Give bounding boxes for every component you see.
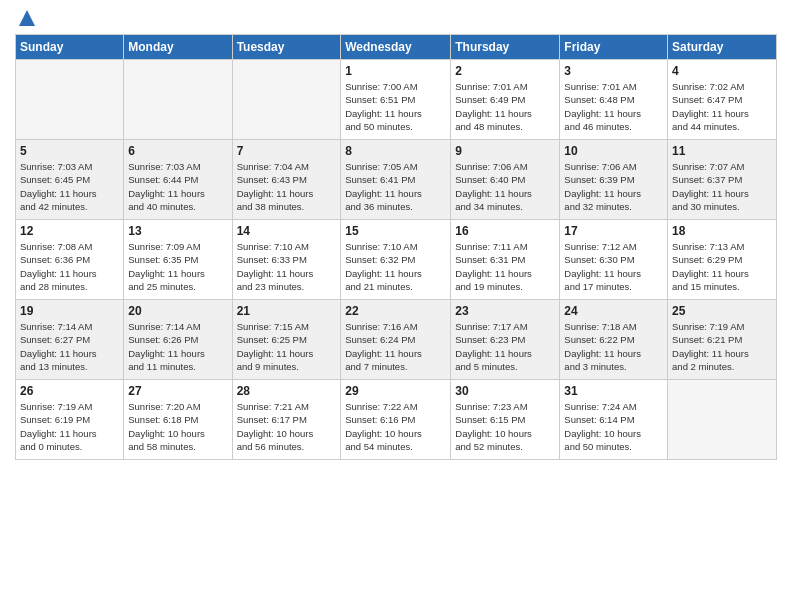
calendar-day-cell: 31Sunrise: 7:24 AM Sunset: 6:14 PM Dayli… xyxy=(560,380,668,460)
day-info: Sunrise: 7:01 AM Sunset: 6:48 PM Dayligh… xyxy=(564,80,663,133)
day-number: 9 xyxy=(455,144,555,158)
day-info: Sunrise: 7:19 AM Sunset: 6:19 PM Dayligh… xyxy=(20,400,119,453)
weekday-header-saturday: Saturday xyxy=(668,35,777,60)
day-number: 17 xyxy=(564,224,663,238)
day-info: Sunrise: 7:14 AM Sunset: 6:27 PM Dayligh… xyxy=(20,320,119,373)
weekday-header-wednesday: Wednesday xyxy=(341,35,451,60)
calendar-day-cell: 16Sunrise: 7:11 AM Sunset: 6:31 PM Dayli… xyxy=(451,220,560,300)
calendar-day-cell: 28Sunrise: 7:21 AM Sunset: 6:17 PM Dayli… xyxy=(232,380,341,460)
calendar-day-cell: 25Sunrise: 7:19 AM Sunset: 6:21 PM Dayli… xyxy=(668,300,777,380)
day-number: 8 xyxy=(345,144,446,158)
day-info: Sunrise: 7:03 AM Sunset: 6:45 PM Dayligh… xyxy=(20,160,119,213)
day-number: 10 xyxy=(564,144,663,158)
day-info: Sunrise: 7:02 AM Sunset: 6:47 PM Dayligh… xyxy=(672,80,772,133)
day-info: Sunrise: 7:08 AM Sunset: 6:36 PM Dayligh… xyxy=(20,240,119,293)
logo-text xyxy=(15,10,37,30)
calendar-day-cell: 10Sunrise: 7:06 AM Sunset: 6:39 PM Dayli… xyxy=(560,140,668,220)
day-number: 1 xyxy=(345,64,446,78)
day-info: Sunrise: 7:07 AM Sunset: 6:37 PM Dayligh… xyxy=(672,160,772,213)
calendar-day-cell: 22Sunrise: 7:16 AM Sunset: 6:24 PM Dayli… xyxy=(341,300,451,380)
day-info: Sunrise: 7:11 AM Sunset: 6:31 PM Dayligh… xyxy=(455,240,555,293)
logo xyxy=(15,10,37,26)
calendar-day-cell xyxy=(232,60,341,140)
calendar-body: 1Sunrise: 7:00 AM Sunset: 6:51 PM Daylig… xyxy=(16,60,777,460)
calendar-day-cell: 17Sunrise: 7:12 AM Sunset: 6:30 PM Dayli… xyxy=(560,220,668,300)
calendar-day-cell xyxy=(668,380,777,460)
calendar-day-cell: 6Sunrise: 7:03 AM Sunset: 6:44 PM Daylig… xyxy=(124,140,232,220)
day-info: Sunrise: 7:24 AM Sunset: 6:14 PM Dayligh… xyxy=(564,400,663,453)
calendar-day-cell: 13Sunrise: 7:09 AM Sunset: 6:35 PM Dayli… xyxy=(124,220,232,300)
calendar-day-cell: 3Sunrise: 7:01 AM Sunset: 6:48 PM Daylig… xyxy=(560,60,668,140)
day-number: 7 xyxy=(237,144,337,158)
day-number: 11 xyxy=(672,144,772,158)
calendar-day-cell: 5Sunrise: 7:03 AM Sunset: 6:45 PM Daylig… xyxy=(16,140,124,220)
calendar-day-cell: 1Sunrise: 7:00 AM Sunset: 6:51 PM Daylig… xyxy=(341,60,451,140)
day-info: Sunrise: 7:21 AM Sunset: 6:17 PM Dayligh… xyxy=(237,400,337,453)
day-info: Sunrise: 7:17 AM Sunset: 6:23 PM Dayligh… xyxy=(455,320,555,373)
calendar-day-cell: 24Sunrise: 7:18 AM Sunset: 6:22 PM Dayli… xyxy=(560,300,668,380)
day-number: 5 xyxy=(20,144,119,158)
calendar-day-cell: 21Sunrise: 7:15 AM Sunset: 6:25 PM Dayli… xyxy=(232,300,341,380)
day-info: Sunrise: 7:12 AM Sunset: 6:30 PM Dayligh… xyxy=(564,240,663,293)
day-info: Sunrise: 7:06 AM Sunset: 6:40 PM Dayligh… xyxy=(455,160,555,213)
day-info: Sunrise: 7:04 AM Sunset: 6:43 PM Dayligh… xyxy=(237,160,337,213)
day-info: Sunrise: 7:14 AM Sunset: 6:26 PM Dayligh… xyxy=(128,320,227,373)
day-info: Sunrise: 7:20 AM Sunset: 6:18 PM Dayligh… xyxy=(128,400,227,453)
day-info: Sunrise: 7:00 AM Sunset: 6:51 PM Dayligh… xyxy=(345,80,446,133)
day-number: 26 xyxy=(20,384,119,398)
day-number: 27 xyxy=(128,384,227,398)
svg-marker-0 xyxy=(19,10,35,26)
calendar-day-cell: 7Sunrise: 7:04 AM Sunset: 6:43 PM Daylig… xyxy=(232,140,341,220)
weekday-header-friday: Friday xyxy=(560,35,668,60)
day-number: 15 xyxy=(345,224,446,238)
calendar-table: SundayMondayTuesdayWednesdayThursdayFrid… xyxy=(15,34,777,460)
calendar-day-cell: 23Sunrise: 7:17 AM Sunset: 6:23 PM Dayli… xyxy=(451,300,560,380)
day-info: Sunrise: 7:23 AM Sunset: 6:15 PM Dayligh… xyxy=(455,400,555,453)
calendar-day-cell: 2Sunrise: 7:01 AM Sunset: 6:49 PM Daylig… xyxy=(451,60,560,140)
calendar-header: SundayMondayTuesdayWednesdayThursdayFrid… xyxy=(16,35,777,60)
calendar-day-cell xyxy=(16,60,124,140)
calendar-week-row: 5Sunrise: 7:03 AM Sunset: 6:45 PM Daylig… xyxy=(16,140,777,220)
day-number: 4 xyxy=(672,64,772,78)
day-info: Sunrise: 7:18 AM Sunset: 6:22 PM Dayligh… xyxy=(564,320,663,373)
day-number: 3 xyxy=(564,64,663,78)
weekday-header-tuesday: Tuesday xyxy=(232,35,341,60)
calendar-day-cell: 29Sunrise: 7:22 AM Sunset: 6:16 PM Dayli… xyxy=(341,380,451,460)
day-info: Sunrise: 7:22 AM Sunset: 6:16 PM Dayligh… xyxy=(345,400,446,453)
day-number: 18 xyxy=(672,224,772,238)
calendar-week-row: 26Sunrise: 7:19 AM Sunset: 6:19 PM Dayli… xyxy=(16,380,777,460)
day-number: 30 xyxy=(455,384,555,398)
calendar-day-cell: 27Sunrise: 7:20 AM Sunset: 6:18 PM Dayli… xyxy=(124,380,232,460)
calendar-day-cell: 4Sunrise: 7:02 AM Sunset: 6:47 PM Daylig… xyxy=(668,60,777,140)
day-number: 28 xyxy=(237,384,337,398)
calendar-day-cell: 11Sunrise: 7:07 AM Sunset: 6:37 PM Dayli… xyxy=(668,140,777,220)
calendar-day-cell: 8Sunrise: 7:05 AM Sunset: 6:41 PM Daylig… xyxy=(341,140,451,220)
day-number: 2 xyxy=(455,64,555,78)
day-info: Sunrise: 7:10 AM Sunset: 6:33 PM Dayligh… xyxy=(237,240,337,293)
calendar-day-cell: 15Sunrise: 7:10 AM Sunset: 6:32 PM Dayli… xyxy=(341,220,451,300)
calendar-day-cell: 20Sunrise: 7:14 AM Sunset: 6:26 PM Dayli… xyxy=(124,300,232,380)
day-number: 20 xyxy=(128,304,227,318)
day-info: Sunrise: 7:03 AM Sunset: 6:44 PM Dayligh… xyxy=(128,160,227,213)
day-number: 16 xyxy=(455,224,555,238)
calendar-day-cell: 26Sunrise: 7:19 AM Sunset: 6:19 PM Dayli… xyxy=(16,380,124,460)
weekday-header-sunday: Sunday xyxy=(16,35,124,60)
day-info: Sunrise: 7:09 AM Sunset: 6:35 PM Dayligh… xyxy=(128,240,227,293)
logo-icon xyxy=(17,8,37,28)
weekday-row: SundayMondayTuesdayWednesdayThursdayFrid… xyxy=(16,35,777,60)
page: SundayMondayTuesdayWednesdayThursdayFrid… xyxy=(0,0,792,612)
calendar-day-cell: 18Sunrise: 7:13 AM Sunset: 6:29 PM Dayli… xyxy=(668,220,777,300)
calendar-week-row: 12Sunrise: 7:08 AM Sunset: 6:36 PM Dayli… xyxy=(16,220,777,300)
day-info: Sunrise: 7:19 AM Sunset: 6:21 PM Dayligh… xyxy=(672,320,772,373)
day-number: 21 xyxy=(237,304,337,318)
day-info: Sunrise: 7:15 AM Sunset: 6:25 PM Dayligh… xyxy=(237,320,337,373)
calendar-day-cell: 9Sunrise: 7:06 AM Sunset: 6:40 PM Daylig… xyxy=(451,140,560,220)
calendar-week-row: 1Sunrise: 7:00 AM Sunset: 6:51 PM Daylig… xyxy=(16,60,777,140)
day-number: 13 xyxy=(128,224,227,238)
calendar-day-cell: 30Sunrise: 7:23 AM Sunset: 6:15 PM Dayli… xyxy=(451,380,560,460)
day-info: Sunrise: 7:13 AM Sunset: 6:29 PM Dayligh… xyxy=(672,240,772,293)
day-number: 25 xyxy=(672,304,772,318)
day-number: 12 xyxy=(20,224,119,238)
calendar-day-cell: 14Sunrise: 7:10 AM Sunset: 6:33 PM Dayli… xyxy=(232,220,341,300)
day-number: 22 xyxy=(345,304,446,318)
